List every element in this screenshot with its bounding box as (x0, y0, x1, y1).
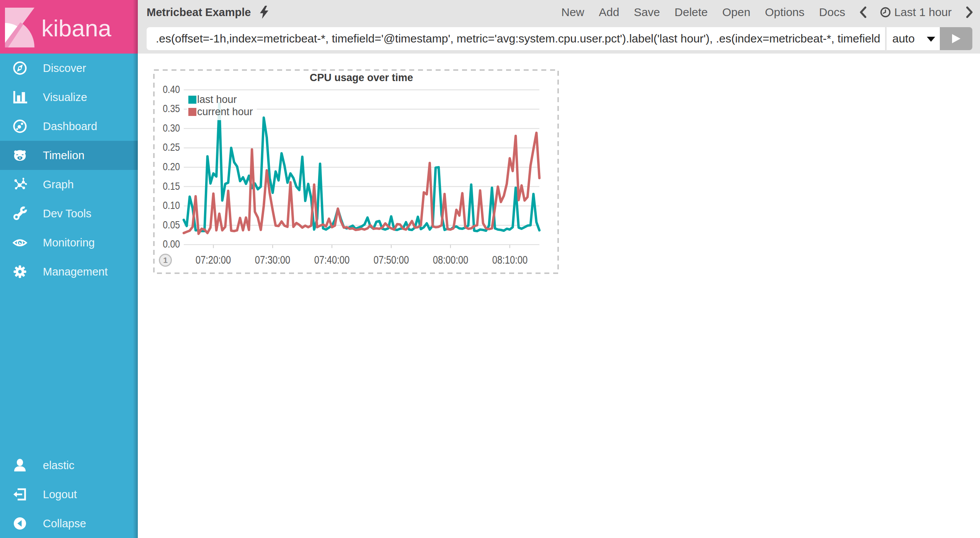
interval-select[interactable]: auto (887, 27, 940, 50)
legend-item: last hour (188, 93, 253, 106)
sidebar-item-elastic[interactable]: elastic (0, 451, 138, 480)
kibana-app: kibana DiscoverVisualizeDashboardTimelio… (0, 0, 980, 538)
y-axis-label: 0.15 (158, 180, 180, 192)
kibana-logo[interactable]: kibana (0, 0, 138, 54)
clock-icon (880, 7, 891, 18)
sidebar-item-label: Dev Tools (43, 207, 91, 220)
x-axis-label: 07:50:00 (366, 254, 416, 266)
sidebar-item-dev-tools[interactable]: Dev Tools (0, 199, 138, 228)
top-bar: Metricbeat Example NewAddSaveDeleteOpenO… (138, 0, 980, 54)
sidebar-item-dashboard[interactable]: Dashboard (0, 112, 138, 141)
legend-item: current hour (188, 106, 253, 118)
y-axis-label: 0.40 (158, 83, 180, 96)
sidebar-item-collapse[interactable]: Collapse (0, 509, 138, 538)
compass-icon (13, 60, 27, 76)
y-axis-label: 0.20 (158, 161, 180, 173)
x-axis-label: 08:10:00 (485, 254, 535, 266)
logout-icon (13, 487, 27, 502)
bar-chart-icon (13, 90, 27, 105)
menu-delete[interactable]: Delete (675, 5, 708, 20)
legend-swatch (188, 108, 196, 116)
chart-title: CPU usage over time (160, 72, 562, 84)
lightning-bolt-icon (259, 6, 269, 19)
eye-icon (13, 235, 27, 250)
menu-docs[interactable]: Docs (819, 5, 845, 20)
sidebar-item-label: elastic (43, 459, 74, 472)
sidebar-item-label: Collapse (43, 517, 86, 530)
menu-add[interactable]: Add (599, 5, 619, 20)
sidebar-item-timelion[interactable]: Timelion (0, 141, 138, 170)
graph-icon (13, 177, 27, 192)
menu-options[interactable]: Options (765, 5, 804, 20)
sidebar-item-label: Management (43, 266, 108, 278)
user-icon (13, 458, 27, 473)
x-axis-label: 08:00:00 (425, 254, 475, 266)
interval-value: auto (892, 32, 915, 45)
sidebar-item-graph[interactable]: Graph (0, 170, 138, 199)
chevron-down-icon (927, 37, 935, 42)
y-axis-label: 0.35 (158, 103, 180, 115)
main-area: Metricbeat Example NewAddSaveDeleteOpenO… (138, 0, 980, 538)
x-axis-label: 07:30:00 (248, 254, 298, 266)
time-range-label: Last 1 hour (894, 5, 952, 20)
breadcrumb-title: Metricbeat Example (147, 6, 269, 19)
dashboard-icon (13, 119, 27, 134)
play-icon (952, 34, 961, 43)
sidebar-item-label: Graph (43, 178, 74, 191)
content-area: CPU usage over time last hourcurrent hou… (138, 54, 980, 538)
legend-label: current hour (197, 106, 253, 118)
sidebar-item-label: Visualize (43, 91, 87, 104)
timelion-chart-panel[interactable]: CPU usage over time last hourcurrent hou… (153, 69, 559, 274)
toolbar-menu: NewAddSaveDeleteOpenOptionsDocsLast 1 ho… (547, 5, 973, 20)
kibana-logo-text: kibana (41, 15, 111, 42)
sidebar-item-discover[interactable]: Discover (0, 54, 138, 83)
y-axis-label: 0.05 (158, 219, 180, 231)
y-axis-label: 0.25 (158, 141, 180, 153)
time-prev-button[interactable] (860, 7, 866, 18)
query-row: .es(offset=-1h,index=metricbeat-*, timef… (147, 27, 972, 50)
sidebar-item-label: Monitoring (43, 236, 95, 249)
legend-label: last hour (197, 94, 237, 106)
menu-new[interactable]: New (561, 5, 584, 20)
y-axis-label: 0.10 (158, 199, 180, 212)
sidebar-nav: DiscoverVisualizeDashboardTimelionGraphD… (0, 54, 138, 286)
gear-icon (13, 264, 27, 279)
x-axis-label: 07:20:00 (188, 254, 238, 266)
run-button[interactable] (940, 27, 972, 50)
sidebar-item-monitoring[interactable]: Monitoring (0, 228, 138, 257)
page-title: Metricbeat Example (147, 6, 251, 19)
x-axis-label: 07:40:00 (307, 254, 357, 266)
y-axis-label: 0.00 (158, 238, 180, 250)
sidebar: kibana DiscoverVisualizeDashboardTimelio… (0, 0, 138, 538)
menu-open[interactable]: Open (722, 5, 750, 20)
chevron-left-icon (860, 7, 866, 18)
y-axis-label: 0.30 (158, 122, 180, 134)
sidebar-item-label: Discover (43, 62, 86, 75)
time-picker[interactable]: Last 1 hour (880, 5, 952, 20)
sidebar-item-visualize[interactable]: Visualize (0, 83, 138, 112)
time-next-button[interactable] (966, 7, 973, 18)
timelion-expression-input[interactable]: .es(offset=-1h,index=metricbeat-*, timef… (147, 27, 885, 50)
collapse-icon (13, 516, 27, 531)
chart-legend: last hourcurrent hour (187, 92, 257, 120)
menu-save[interactable]: Save (634, 5, 660, 20)
sidebar-item-label: Logout (43, 488, 77, 501)
lion-icon (13, 148, 27, 163)
sidebar-nav-bottom: elasticLogoutCollapse (0, 451, 138, 538)
sidebar-item-label: Dashboard (43, 120, 97, 133)
sidebar-item-logout[interactable]: Logout (0, 480, 138, 509)
sidebar-item-label: Timelion (43, 149, 85, 162)
kibana-logo-icon (5, 8, 35, 47)
legend-swatch (188, 96, 196, 104)
sidebar-item-management[interactable]: Management (0, 257, 138, 286)
panel-number-badge[interactable]: 1 (159, 254, 172, 267)
chevron-right-icon (966, 7, 973, 18)
wrench-icon (13, 206, 27, 221)
sidebar-spacer (0, 286, 138, 451)
